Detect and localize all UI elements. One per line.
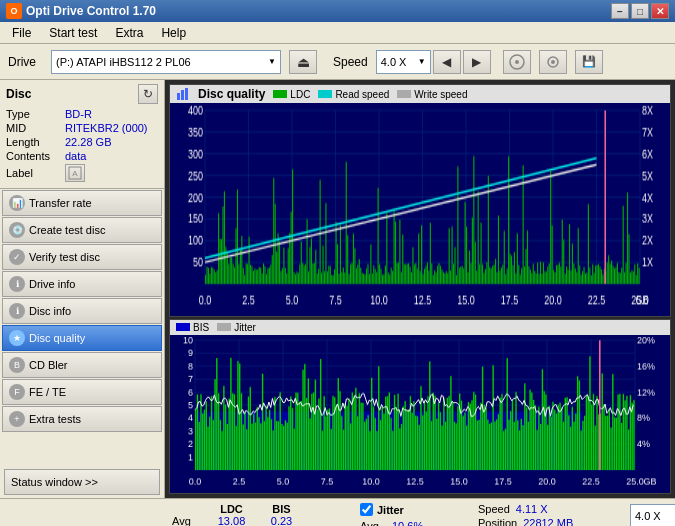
position-value: 22812 MB bbox=[523, 517, 573, 526]
svg-point-1 bbox=[515, 60, 519, 64]
disc-type-value: BD-R bbox=[65, 108, 92, 120]
avg-bis: 0.23 bbox=[259, 515, 304, 526]
disc-section-title: Disc bbox=[6, 87, 31, 101]
speed-select-dropdown[interactable]: 4.0 X ▼ bbox=[630, 504, 675, 527]
right-panel: Disc quality LDC Read speed Write speed bbox=[165, 80, 675, 498]
bottom-chart-header: BIS Jitter bbox=[170, 320, 670, 335]
speed-dropdown[interactable]: 4.0 X ▼ bbox=[376, 50, 431, 74]
ldc-header: LDC bbox=[204, 503, 259, 515]
top-chart-title: Disc quality bbox=[198, 87, 265, 101]
menu-file[interactable]: File bbox=[4, 24, 39, 42]
menu-bar: File Start test Extra Help bbox=[0, 22, 675, 44]
svg-text:A: A bbox=[72, 169, 78, 178]
jitter-label: Jitter bbox=[377, 504, 404, 516]
nav-create-test-disc[interactable]: 💿 Create test disc bbox=[2, 217, 162, 243]
disc-length-value: 22.28 GB bbox=[65, 136, 111, 148]
top-chart-container: Disc quality LDC Read speed Write speed bbox=[169, 84, 671, 317]
title-bar: O Opti Drive Control 1.70 − □ ✕ bbox=[0, 0, 675, 22]
read-speed-legend-label: Read speed bbox=[335, 89, 389, 100]
disc-contents-value: data bbox=[65, 150, 86, 162]
speed-position-stats: Speed 4.11 X Position 22812 MB Samples 3… bbox=[462, 503, 622, 526]
speed-label: Speed bbox=[333, 55, 368, 69]
legend-read-speed: Read speed bbox=[318, 89, 389, 100]
svg-rect-6 bbox=[177, 93, 180, 100]
verify-test-icon: ✓ bbox=[9, 249, 25, 265]
top-chart-canvas bbox=[170, 103, 670, 316]
read-speed-legend-color bbox=[318, 90, 332, 98]
speed-down-button[interactable]: ◀ bbox=[433, 50, 461, 74]
svg-rect-8 bbox=[185, 88, 188, 100]
menu-start-test[interactable]: Start test bbox=[41, 24, 105, 42]
jitter-legend-label: Jitter bbox=[234, 322, 256, 333]
disc-label-button[interactable]: A bbox=[65, 164, 85, 182]
write-speed-legend-label: Write speed bbox=[414, 89, 467, 100]
ldc-legend-color bbox=[273, 90, 287, 98]
svg-point-3 bbox=[551, 60, 555, 64]
drive-dropdown[interactable]: (P:) ATAPI iHBS112 2 PL06 ▼ bbox=[51, 50, 281, 74]
jitter-avg-value: 10.6% bbox=[392, 520, 423, 526]
disc-mid-label: MID bbox=[6, 122, 61, 134]
nav-disc-info[interactable]: ℹ Disc info bbox=[2, 298, 162, 324]
bottom-chart-container: BIS Jitter bbox=[169, 319, 671, 494]
bis-legend-color bbox=[176, 323, 190, 331]
app-title: Opti Drive Control 1.70 bbox=[26, 4, 156, 18]
bottom-chart-canvas bbox=[170, 335, 670, 493]
disc-button[interactable] bbox=[503, 50, 531, 74]
ldc-bis-stats: LDC BIS Avg 13.08 0.23 Max 345 7 Total 4… bbox=[172, 503, 352, 526]
create-test-icon: 💿 bbox=[9, 222, 25, 238]
nav-verify-test-disc[interactable]: ✓ Verify test disc bbox=[2, 244, 162, 270]
menu-help[interactable]: Help bbox=[153, 24, 194, 42]
nav-extra-tests[interactable]: + Extra tests bbox=[2, 406, 162, 432]
minimize-button[interactable]: − bbox=[611, 3, 629, 19]
nav-disc-quality[interactable]: ★ Disc quality bbox=[2, 325, 162, 351]
speed-stat-label: Speed bbox=[478, 503, 510, 515]
close-button[interactable]: ✕ bbox=[651, 3, 669, 19]
disc-info-icon: ℹ bbox=[9, 303, 25, 319]
legend-ldc: LDC bbox=[273, 89, 310, 100]
fe-te-icon: F bbox=[9, 384, 25, 400]
main-content: Disc ↻ Type BD-R MID RITEKBR2 (000) Leng… bbox=[0, 80, 675, 498]
left-panel: Disc ↻ Type BD-R MID RITEKBR2 (000) Leng… bbox=[0, 80, 165, 498]
jitter-checkbox[interactable] bbox=[360, 503, 373, 516]
jitter-legend-color bbox=[217, 323, 231, 331]
legend-jitter: Jitter bbox=[217, 322, 256, 333]
disc-label-label: Label bbox=[6, 167, 61, 179]
jitter-avg-label: Avg bbox=[360, 520, 392, 526]
bis-header: BIS bbox=[259, 503, 304, 515]
drive-bar: Drive (P:) ATAPI iHBS112 2 PL06 ▼ ⏏ Spee… bbox=[0, 44, 675, 80]
action-section: 4.0 X ▼ Start full Start part bbox=[622, 503, 675, 526]
top-chart-header: Disc quality LDC Read speed Write speed bbox=[170, 85, 670, 103]
disc-refresh-button[interactable]: ↻ bbox=[138, 84, 158, 104]
status-window-button[interactable]: Status window >> bbox=[4, 469, 160, 495]
stats-bar: LDC BIS Avg 13.08 0.23 Max 345 7 Total 4… bbox=[0, 498, 675, 526]
maximize-button[interactable]: □ bbox=[631, 3, 649, 19]
settings-button[interactable] bbox=[539, 50, 567, 74]
position-label: Position bbox=[478, 517, 517, 526]
speed-up-button[interactable]: ▶ bbox=[463, 50, 491, 74]
disc-contents-label: Contents bbox=[6, 150, 61, 162]
cd-bler-icon: B bbox=[9, 357, 25, 373]
disc-info-section: Disc ↻ Type BD-R MID RITEKBR2 (000) Leng… bbox=[0, 80, 164, 189]
jitter-stats: Jitter Avg 10.6% Max 10.9% bbox=[352, 503, 462, 526]
save-button[interactable]: 💾 bbox=[575, 50, 603, 74]
legend-write-speed: Write speed bbox=[397, 89, 467, 100]
disc-quality-icon: ★ bbox=[9, 330, 25, 346]
nav-fe-te[interactable]: F FE / TE bbox=[2, 379, 162, 405]
eject-button[interactable]: ⏏ bbox=[289, 50, 317, 74]
nav-drive-info[interactable]: ℹ Drive info bbox=[2, 271, 162, 297]
nav-menu: 📊 Transfer rate 💿 Create test disc ✓ Ver… bbox=[0, 189, 164, 433]
chart-icon bbox=[176, 87, 190, 101]
app-icon: O bbox=[6, 3, 22, 19]
drive-value: (P:) ATAPI iHBS112 2 PL06 bbox=[56, 56, 268, 68]
menu-extra[interactable]: Extra bbox=[107, 24, 151, 42]
bis-legend-label: BIS bbox=[193, 322, 209, 333]
svg-rect-7 bbox=[181, 90, 184, 100]
nav-cd-bler[interactable]: B CD Bler bbox=[2, 352, 162, 378]
nav-transfer-rate[interactable]: 📊 Transfer rate bbox=[2, 190, 162, 216]
drive-dropdown-arrow: ▼ bbox=[268, 57, 276, 66]
drive-label: Drive bbox=[8, 55, 43, 69]
ldc-legend-label: LDC bbox=[290, 89, 310, 100]
drive-info-icon: ℹ bbox=[9, 276, 25, 292]
extra-tests-icon: + bbox=[9, 411, 25, 427]
speed-stat-value: 4.11 X bbox=[516, 503, 548, 515]
